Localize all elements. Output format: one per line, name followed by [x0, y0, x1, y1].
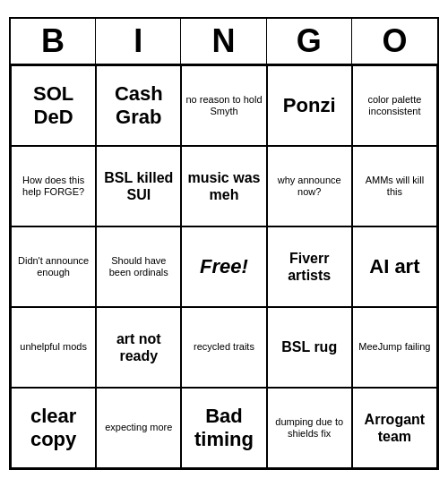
bingo-cell-16: art not ready [96, 307, 181, 388]
header-letter-o: O [352, 19, 437, 64]
bingo-cell-1: Cash Grab [96, 65, 181, 146]
header-letter-g: G [267, 19, 352, 64]
bingo-cell-18: BSL rug [267, 307, 352, 388]
bingo-cell-13: Fiverr artists [267, 226, 352, 307]
bingo-cell-11: Should have been ordinals [96, 226, 181, 307]
bingo-cell-8: why announce now? [267, 146, 352, 226]
bingo-cell-9: AMMs will kill this [352, 146, 437, 226]
bingo-cell-12: Free! [181, 226, 266, 307]
bingo-grid: SOL DeDCash Grabno reason to hold SmythP… [11, 65, 437, 468]
bingo-cell-22: Bad timing [181, 388, 266, 468]
bingo-cell-23: dumping due to shields fix [267, 388, 352, 468]
bingo-cell-0: SOL DeD [11, 65, 96, 146]
bingo-cell-17: recycled traits [181, 307, 266, 388]
bingo-card: BINGO SOL DeDCash Grabno reason to hold … [9, 17, 439, 470]
bingo-header: BINGO [11, 19, 437, 65]
bingo-cell-4: color palette inconsistent [352, 65, 437, 146]
bingo-cell-14: AI art [352, 226, 437, 307]
bingo-cell-2: no reason to hold Smyth [181, 65, 266, 146]
bingo-cell-15: unhelpful mods [11, 307, 96, 388]
bingo-cell-5: How does this help FORGE? [11, 146, 96, 226]
bingo-cell-20: clear copy [11, 388, 96, 468]
header-letter-i: I [96, 19, 181, 64]
header-letter-b: B [11, 19, 96, 64]
bingo-cell-10: Didn't announce enough [11, 226, 96, 307]
bingo-cell-21: expecting more [96, 388, 181, 468]
bingo-cell-7: music was meh [181, 146, 266, 226]
header-letter-n: N [181, 19, 266, 64]
bingo-cell-19: MeeJump failing [352, 307, 437, 388]
bingo-cell-24: Arrogant team [352, 388, 437, 468]
bingo-cell-6: BSL killed SUI [96, 146, 181, 226]
bingo-cell-3: Ponzi [267, 65, 352, 146]
